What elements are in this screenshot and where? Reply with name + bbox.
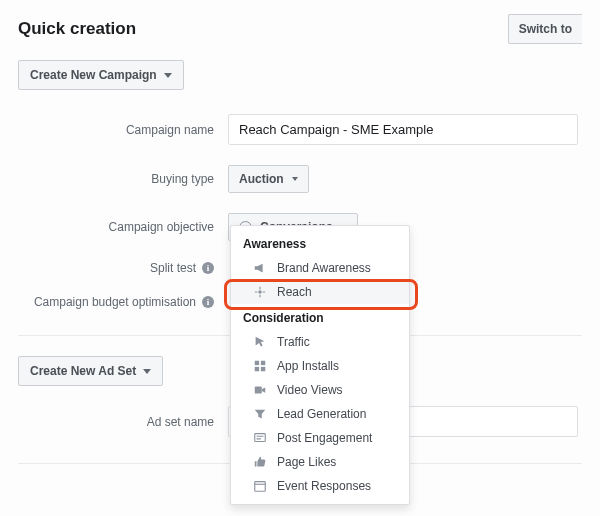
switch-to-button[interactable]: Switch to	[508, 14, 582, 44]
objective-option-label: Traffic	[277, 335, 310, 349]
apps-icon	[253, 359, 267, 373]
objective-option-page-likes[interactable]: Page Likes	[231, 450, 409, 474]
caret-down-icon	[164, 73, 172, 78]
create-new-ad-set-label: Create New Ad Set	[30, 364, 136, 378]
create-new-campaign-label: Create New Campaign	[30, 68, 157, 82]
svg-rect-6	[255, 434, 266, 442]
buying-type-label: Buying type	[18, 172, 228, 186]
objective-option-label: Post Engagement	[277, 431, 372, 445]
caret-down-icon	[292, 177, 298, 181]
objective-option-app-installs[interactable]: App Installs	[231, 354, 409, 378]
objective-option-video-views[interactable]: Video Views	[231, 378, 409, 402]
svg-rect-7	[255, 482, 266, 492]
campaign-objective-label: Campaign objective	[18, 220, 228, 234]
info-icon[interactable]: i	[202, 262, 214, 274]
objective-option-label: App Installs	[277, 359, 339, 373]
svg-rect-3	[255, 367, 259, 371]
info-icon[interactable]: i	[202, 296, 214, 308]
caret-down-icon	[143, 369, 151, 374]
svg-rect-5	[255, 387, 262, 394]
reach-icon	[253, 285, 267, 299]
objective-option-label: Brand Awareness	[277, 261, 371, 275]
cursor-icon	[253, 335, 267, 349]
campaign-name-input[interactable]	[228, 114, 578, 145]
page-title: Quick creation	[18, 19, 136, 39]
campaign-name-label: Campaign name	[18, 123, 228, 137]
svg-point-0	[258, 290, 262, 294]
split-test-label: Split test	[150, 261, 196, 275]
objective-option-label: Reach	[277, 285, 312, 299]
objective-option-event-responses[interactable]: Event Responses	[231, 474, 409, 498]
post-icon	[253, 431, 267, 445]
buying-type-value: Auction	[239, 172, 284, 186]
ad-set-name-label: Ad set name	[18, 415, 228, 429]
campaign-budget-optimisation-label: Campaign budget optimisation	[34, 295, 196, 309]
dropdown-group-heading: Awareness	[231, 230, 409, 256]
create-new-ad-set-button[interactable]: Create New Ad Set	[18, 356, 163, 386]
buying-type-select[interactable]: Auction	[228, 165, 309, 193]
dropdown-group-heading: Consideration	[231, 304, 409, 330]
objective-option-label: Video Views	[277, 383, 343, 397]
objective-option-label: Event Responses	[277, 479, 371, 493]
campaign-objective-dropdown[interactable]: AwarenessBrand AwarenessReachConsiderati…	[230, 225, 410, 505]
svg-rect-2	[261, 361, 265, 365]
create-new-campaign-button[interactable]: Create New Campaign	[18, 60, 184, 90]
objective-option-label: Lead Generation	[277, 407, 366, 421]
objective-option-brand-awareness[interactable]: Brand Awareness	[231, 256, 409, 280]
video-icon	[253, 383, 267, 397]
calendar-icon	[253, 479, 267, 493]
svg-rect-1	[255, 361, 259, 365]
svg-rect-4	[261, 367, 265, 371]
objective-option-reach[interactable]: Reach	[231, 280, 409, 304]
megaphone-icon	[253, 261, 267, 275]
objective-option-traffic[interactable]: Traffic	[231, 330, 409, 354]
like-icon	[253, 455, 267, 469]
objective-option-lead-generation[interactable]: Lead Generation	[231, 402, 409, 426]
funnel-icon	[253, 407, 267, 421]
objective-option-post-engagement[interactable]: Post Engagement	[231, 426, 409, 450]
objective-option-label: Page Likes	[277, 455, 336, 469]
